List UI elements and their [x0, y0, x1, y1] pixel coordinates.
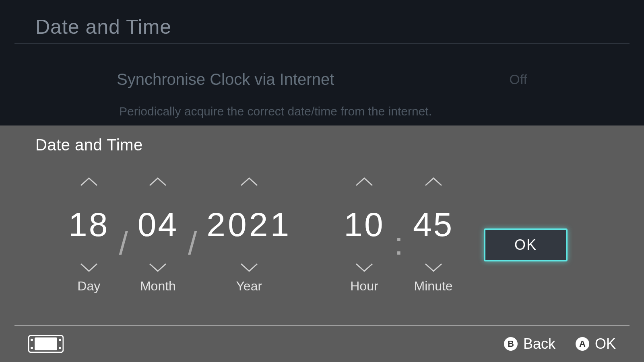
- year-spinner[interactable]: 2021 Year: [202, 174, 295, 294]
- date-cluster: 18 Day / 04 Month / 2021 Year: [64, 174, 295, 294]
- hour-down-icon[interactable]: [354, 259, 374, 276]
- minute-down-icon[interactable]: [423, 259, 444, 276]
- svg-point-5: [59, 347, 61, 349]
- day-label: Day: [77, 279, 100, 294]
- back-label: Back: [523, 335, 555, 352]
- page-title: Date and Time: [35, 15, 171, 39]
- button-hints: B Back A OK: [504, 335, 616, 352]
- svg-point-2: [31, 339, 33, 341]
- bottom-bar: B Back A OK: [0, 326, 644, 362]
- title-divider: [14, 43, 630, 44]
- sync-clock-value: Off: [509, 72, 527, 87]
- hour-up-icon[interactable]: [354, 174, 374, 190]
- controller-icon: [28, 335, 64, 353]
- time-cluster: 10 Hour : 45 Minute: [340, 174, 458, 294]
- year-label: Year: [236, 279, 262, 294]
- year-value: 2021: [202, 190, 295, 259]
- hour-spinner[interactable]: 10 Hour: [340, 174, 388, 294]
- panel-title-divider: [14, 161, 630, 161]
- date-separator-2: /: [182, 225, 202, 262]
- panel-title: Date and Time: [35, 136, 143, 154]
- svg-rect-1: [35, 337, 57, 350]
- month-value: 04: [134, 190, 182, 259]
- month-label: Month: [140, 279, 176, 294]
- hour-value: 10: [340, 190, 388, 259]
- sync-clock-row: Synchronise Clock via Internet Off: [117, 70, 527, 88]
- day-up-icon[interactable]: [79, 174, 99, 190]
- month-down-icon[interactable]: [148, 259, 168, 276]
- month-spinner[interactable]: 04 Month: [134, 174, 182, 294]
- time-separator: :: [389, 225, 409, 262]
- date-separator: /: [113, 225, 133, 262]
- sync-row-divider: [113, 100, 527, 100]
- sync-clock-hint: Periodically acquire the correct date/ti…: [119, 105, 432, 118]
- a-glyph-icon: A: [576, 337, 589, 351]
- minute-value: 45: [409, 190, 458, 259]
- sync-clock-label: Synchronise Clock via Internet: [117, 70, 334, 88]
- spinner-row: 18 Day / 04 Month / 2021 Year: [64, 174, 458, 294]
- ok-label: OK: [595, 335, 616, 352]
- ok-hint[interactable]: A OK: [576, 335, 616, 352]
- back-hint[interactable]: B Back: [504, 335, 555, 352]
- year-down-icon[interactable]: [239, 259, 259, 276]
- year-up-icon[interactable]: [239, 174, 259, 190]
- svg-point-4: [31, 347, 33, 349]
- day-spinner[interactable]: 18 Day: [64, 174, 113, 294]
- minute-spinner[interactable]: 45 Minute: [409, 174, 458, 294]
- month-up-icon[interactable]: [148, 174, 168, 190]
- svg-point-3: [59, 339, 61, 341]
- day-down-icon[interactable]: [79, 259, 99, 276]
- ok-button[interactable]: OK: [484, 228, 568, 261]
- day-value: 18: [64, 190, 113, 259]
- hour-label: Hour: [350, 279, 378, 294]
- date-time-picker-panel: Date and Time 18 Day / 04 Month / 2021: [0, 125, 644, 362]
- minute-up-icon[interactable]: [423, 174, 444, 190]
- b-glyph-icon: B: [504, 337, 518, 351]
- minute-label: Minute: [414, 279, 453, 294]
